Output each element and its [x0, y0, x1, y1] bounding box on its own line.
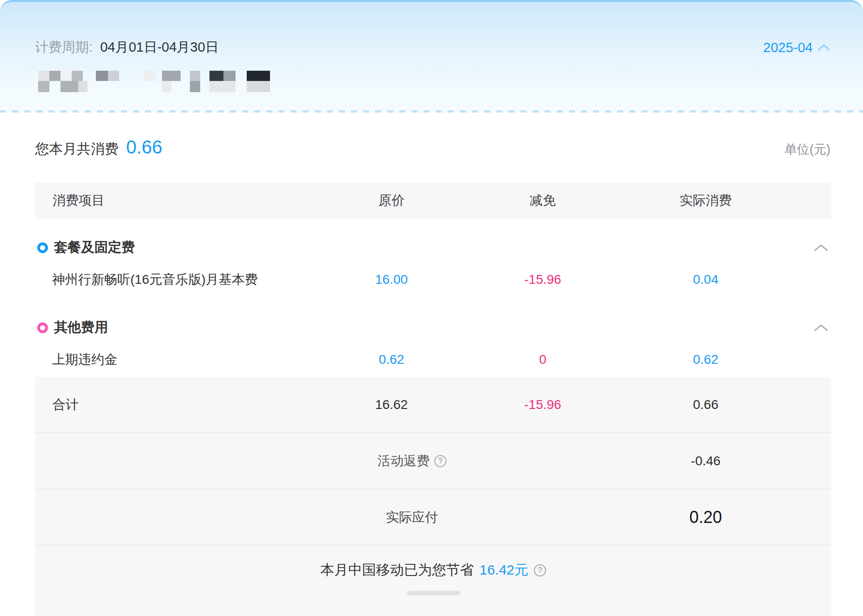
chevron-up-icon: [814, 243, 829, 252]
billing-cycle-value: 04月01日-04月30日: [100, 40, 219, 54]
chevron-up-icon: [817, 44, 830, 51]
redacted-user-info: [38, 71, 271, 92]
chevron-up-icon: [814, 323, 829, 332]
bill-sheet: 计费周期: 04月01日-04月30日 2025-04 您本月共消费 0.66 …: [0, 0, 863, 616]
payable-label: 实际应付: [386, 509, 438, 526]
total-actual: 0.66: [622, 397, 789, 412]
section-other-fees: 其他费用: [35, 312, 831, 343]
help-icon[interactable]: [534, 564, 546, 576]
fee-actual: 0.04: [622, 272, 789, 287]
col-header-item: 消费项目: [35, 192, 319, 209]
total-original: 16.62: [319, 397, 464, 412]
unit-note: 单位(元): [784, 141, 830, 158]
fee-item-name: 上期违约金: [35, 351, 319, 368]
col-header-original: 原价: [319, 192, 464, 209]
section-package-fixed-fee: 套餐及固定费: [35, 232, 831, 263]
section-collapse-button[interactable]: [789, 243, 831, 252]
total-row: 合计 16.62 -15.96 0.66: [35, 377, 831, 432]
monthly-total-amount: 0.66: [126, 137, 162, 158]
total-label: 合计: [35, 396, 319, 414]
month-selector[interactable]: 2025-04: [763, 40, 830, 55]
table-row: 神州行新畅听(16元音乐版)月基本费 16.00 -15.96 0.04: [35, 263, 831, 296]
help-icon[interactable]: [434, 455, 446, 467]
totals-block: 合计 16.62 -15.96 0.66 活动返费 -0.46 实际应付 0.2…: [35, 377, 831, 616]
category-dot-icon: [37, 242, 48, 253]
month-selector-value: 2025-04: [763, 40, 813, 55]
table-row: 上期违约金 0.62 0 0.62: [35, 343, 831, 376]
fee-original-price: 0.62: [319, 352, 464, 367]
rebate-value: -0.46: [622, 454, 789, 469]
payable-value: 0.20: [622, 508, 789, 527]
col-header-discount: 减免: [464, 192, 622, 209]
savings-amount: 16.42元: [479, 561, 528, 580]
section-title: 套餐及固定费: [54, 238, 135, 257]
table-header: 消费项目 原价 减免 实际消费: [35, 182, 831, 219]
fee-actual: 0.62: [622, 352, 789, 367]
fee-discount: 0: [464, 352, 622, 367]
category-dot-icon: [37, 322, 48, 333]
savings-row: 本月中国移动已为您节省16.42元: [35, 545, 831, 616]
payable-row: 实际应付 0.20: [35, 489, 831, 545]
section-collapse-button[interactable]: [789, 323, 831, 332]
fee-original-price: 16.00: [319, 272, 464, 287]
total-discount: -15.96: [464, 397, 622, 412]
billing-cycle-label: 计费周期:: [35, 40, 93, 54]
fee-discount: -15.96: [464, 272, 622, 287]
billing-cycle-row: 计费周期: 04月01日-04月30日 2025-04: [0, 2, 863, 57]
monthly-summary: 您本月共消费 0.66 单位(元): [35, 113, 830, 159]
billing-cycle: 计费周期: 04月01日-04月30日: [35, 38, 219, 57]
monthly-total: 您本月共消费 0.66: [35, 137, 162, 159]
drag-handle[interactable]: [407, 591, 460, 596]
fee-item-name: 神州行新畅听(16元音乐版)月基本费: [35, 271, 319, 288]
rebate-row: 活动返费 -0.46: [35, 432, 831, 489]
monthly-total-label: 您本月共消费: [35, 140, 119, 159]
col-header-actual: 实际消费: [622, 192, 789, 209]
savings-text: 本月中国移动已为您节省: [320, 561, 474, 580]
rebate-label: 活动返费: [378, 452, 430, 470]
section-title: 其他费用: [54, 318, 108, 337]
billing-header: 计费周期: 04月01日-04月30日 2025-04: [0, 0, 863, 113]
